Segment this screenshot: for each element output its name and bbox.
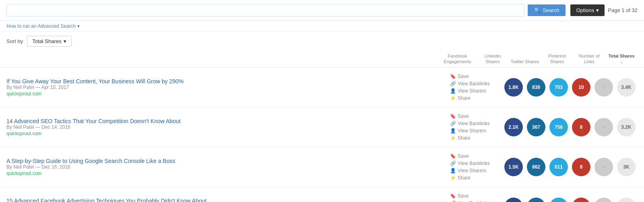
- stat-linkedin: 862: [525, 158, 547, 176]
- result-stats: 2.1K 367 758 8 - 3.2K: [502, 118, 638, 136]
- stat-links: -: [592, 78, 615, 97]
- result-content: A Step-by-Step Guide to Using Google Sea…: [6, 158, 450, 176]
- share-icon: ⚡: [450, 135, 456, 141]
- result-stats: 1.8K 838 703 10 - 3.4K: [502, 78, 638, 97]
- action-share[interactable]: ⚡ Share: [450, 95, 494, 101]
- save-icon: 🔖: [450, 153, 456, 159]
- results-list: If You Give Away Your Best Content, Your…: [0, 68, 644, 202]
- action-backlinks[interactable]: 🔗 View Backlinks: [450, 160, 494, 167]
- sort-bar: Sort by Total Shares ▾: [0, 32, 644, 51]
- stat-facebook: 2.1K: [502, 118, 525, 136]
- advanced-search-label: How to run an Advanced Search: [6, 23, 76, 29]
- action-backlinks[interactable]: 🔗 View Backlinks: [450, 80, 494, 87]
- stat-pinterest: 10: [570, 78, 592, 97]
- action-backlinks[interactable]: 🔗 View Backlinks: [450, 200, 494, 202]
- backlinks-icon: 🔗: [450, 121, 456, 126]
- sort-dropdown[interactable]: Total Shares ▾: [27, 36, 72, 47]
- result-actions: 🔖 Save 🔗 View Backlinks 👤 View Sharers ⚡…: [450, 73, 494, 101]
- stat-total: 3K: [615, 198, 638, 202]
- action-backlinks[interactable]: 🔗 View Backlinks: [450, 120, 494, 127]
- result-content: 14 Advanced SEO Tactics That Your Compet…: [6, 118, 450, 136]
- stat-linkedin: 367: [525, 118, 547, 136]
- search-button-label: Search: [543, 7, 559, 13]
- result-meta: By Neil Patel — Dec 14, 2016: [6, 124, 444, 130]
- page-info: Page 1 of 32: [608, 7, 638, 13]
- stat-twitter: 703: [547, 78, 570, 97]
- action-share[interactable]: ⚡ Share: [450, 135, 494, 141]
- action-save[interactable]: 🔖 Save: [450, 153, 494, 159]
- save-icon: 🔖: [450, 74, 456, 79]
- col-header-links: Number of Links: [573, 53, 605, 65]
- stat-facebook: 1.8K: [502, 78, 525, 97]
- sort-label: Sort by: [6, 38, 23, 44]
- action-save[interactable]: 🔖 Save: [450, 113, 494, 120]
- save-icon: 🔖: [450, 193, 456, 199]
- options-button-label: Options: [576, 7, 594, 13]
- stat-facebook: 1.5K: [502, 158, 525, 176]
- result-stats: 1.5K 862 611 8 - 3K: [502, 158, 638, 176]
- result-content: 15 Advanced Facebook Advertising Techniq…: [6, 198, 450, 202]
- table-row: 14 Advanced SEO Tactics That Your Compet…: [0, 107, 644, 147]
- stat-twitter: 611: [547, 158, 570, 176]
- search-input[interactable]: quicksprout.com: [6, 4, 524, 16]
- sharers-icon: 👤: [450, 168, 456, 173]
- sort-current-value: Total Shares: [32, 38, 61, 44]
- result-domain[interactable]: quicksprout.com: [6, 171, 444, 176]
- result-actions: 🔖 Save 🔗 View Backlinks 👤 View Sharers ⚡…: [450, 153, 494, 181]
- table-row: 15 Advanced Facebook Advertising Techniq…: [0, 187, 644, 202]
- column-headers: Facebook Engagements Linkedin Shares Twi…: [0, 51, 644, 68]
- col-header-total: Total Shares ↓: [605, 53, 638, 65]
- stat-linkedin: 838: [525, 78, 547, 97]
- stat-total: 3.4K: [615, 78, 638, 97]
- action-sharers[interactable]: 👤 View Sharers: [450, 88, 494, 94]
- stat-twitter: 758: [547, 118, 570, 136]
- share-icon: ⚡: [450, 175, 456, 181]
- action-sharers[interactable]: 👤 View Sharers: [450, 128, 494, 134]
- table-row: A Step-by-Step Guide to Using Google Sea…: [0, 147, 644, 187]
- result-meta: By Neil Patel — Dec 16, 2016: [6, 164, 444, 170]
- sort-down-icon: ↓: [621, 60, 623, 64]
- stat-links: -: [592, 118, 615, 136]
- col-header-facebook: Facebook Engagements: [438, 53, 477, 65]
- col-header-twitter: Twitter Shares: [509, 59, 541, 64]
- result-domain[interactable]: quicksprout.com: [6, 131, 444, 136]
- search-icon: 🔍: [534, 7, 541, 13]
- action-share[interactable]: ⚡ Share: [450, 175, 494, 181]
- page-info-text: Page 1 of 32: [608, 7, 638, 13]
- result-title[interactable]: 15 Advanced Facebook Advertising Techniq…: [6, 198, 206, 202]
- result-domain[interactable]: quicksprout.com: [6, 91, 444, 97]
- result-title[interactable]: 14 Advanced SEO Tactics That Your Compet…: [6, 118, 181, 124]
- stat-pinterest: 8: [570, 118, 592, 136]
- stat-links: -: [592, 158, 615, 176]
- col-header-linkedin: Linkedin Shares: [477, 53, 509, 65]
- result-actions: 🔖 Save 🔗 View Backlinks 👤 View Sharers ⚡…: [450, 193, 494, 202]
- chevron-down-icon: ▾: [64, 38, 66, 44]
- col-header-pinterest: Pinterest Shares: [541, 53, 573, 65]
- result-content: If You Give Away Your Best Content, Your…: [6, 78, 450, 97]
- chevron-down-icon: ▾: [77, 23, 80, 29]
- top-bar: quicksprout.com 🔍 Search Options ▾ Page …: [0, 0, 644, 21]
- backlinks-icon: 🔗: [450, 200, 456, 202]
- result-meta: By Neil Patel — Apr 10, 2017: [6, 85, 444, 90]
- advanced-search-link[interactable]: How to run an Advanced Search ▾: [0, 21, 644, 32]
- stat-pinterest: 14: [570, 198, 592, 202]
- stat-total: 3K: [615, 158, 638, 176]
- result-stats: 1.9K 386 637 14 - 3K: [502, 198, 638, 202]
- result-title[interactable]: A Step-by-Step Guide to Using Google Sea…: [6, 158, 175, 164]
- options-button[interactable]: Options ▾: [570, 4, 605, 16]
- sharers-icon: 👤: [450, 88, 456, 94]
- action-save[interactable]: 🔖 Save: [450, 73, 494, 80]
- stat-pinterest: 8: [570, 158, 592, 176]
- search-button[interactable]: 🔍 Search: [528, 4, 566, 16]
- backlinks-icon: 🔗: [450, 161, 456, 166]
- stat-twitter: 637: [547, 198, 570, 202]
- chevron-down-icon: ▾: [596, 7, 599, 13]
- action-sharers[interactable]: 👤 View Sharers: [450, 167, 494, 174]
- action-save[interactable]: 🔖 Save: [450, 193, 494, 199]
- result-title[interactable]: If You Give Away Your Best Content, Your…: [6, 78, 184, 85]
- table-row: If You Give Away Your Best Content, Your…: [0, 68, 644, 107]
- result-actions: 🔖 Save 🔗 View Backlinks 👤 View Sharers ⚡…: [450, 113, 494, 141]
- stat-total: 3.2K: [615, 118, 638, 136]
- col-total-label: Total Shares: [608, 54, 634, 58]
- stat-facebook: 1.9K: [502, 198, 525, 202]
